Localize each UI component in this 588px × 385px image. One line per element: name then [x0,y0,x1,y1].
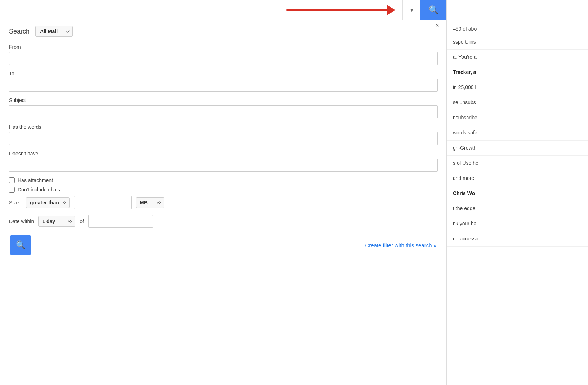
dropdown-button[interactable]: ▾ [402,0,420,20]
list-item[interactable]: nk your ba [447,216,588,231]
top-bar: ▾ 🔍 [0,0,446,20]
date-within-label: Date within [9,218,34,224]
list-item[interactable]: words safe [447,125,588,141]
search-label: Search [9,28,30,35]
subject-label: Subject [9,97,438,103]
list-item[interactable]: Tracker, a [447,65,588,80]
from-label: From [9,44,438,50]
doesnt-have-label: Doesn't have [9,151,438,156]
to-label: To [9,71,438,76]
doesnt-have-row: Doesn't have [9,151,438,172]
has-words-label: Has the words [9,124,438,130]
list-item[interactable]: Chris Wo [447,186,588,201]
search-form: Search All Mail Inbox Sent Mail Drafts S… [0,20,446,262]
page-container: ▾ 🔍 × Search All Mail Inbox Sent Mail Dr… [0,0,588,385]
has-words-input[interactable] [9,132,438,145]
has-attachment-label[interactable]: Has attachment [18,177,53,183]
email-panel-top [447,0,588,20]
create-filter-link[interactable]: Create filter with this search » [365,242,436,248]
to-row: To [9,71,438,92]
date-within-select[interactable]: 1 day 3 days 1 week 2 weeks 1 month 2 mo… [38,216,75,227]
list-item[interactable]: ssport, ins [447,35,588,50]
size-unit-select[interactable]: MB KB Bytes [136,197,164,208]
from-row: From [9,44,438,65]
has-attachment-row: Has attachment [9,177,438,183]
search-header: Search All Mail Inbox Sent Mail Drafts S… [9,26,438,37]
arrow-head [387,5,395,15]
email-panel: –50 of abo ssport, insa, You're aTracker… [447,0,588,385]
list-item[interactable]: in 25,000 l [447,80,588,95]
list-item[interactable]: se unsubs [447,95,588,110]
to-input[interactable] [9,79,438,92]
email-list: ssport, insa, You're aTracker, ain 25,00… [447,35,588,247]
list-item[interactable]: gh-Growth [447,141,588,156]
has-words-row: Has the words [9,124,438,145]
has-attachment-checkbox[interactable] [9,177,15,183]
from-input[interactable] [9,52,438,65]
list-item[interactable]: nd accesso [447,231,588,247]
size-number-input[interactable] [74,196,132,209]
list-item[interactable]: s of Use he [447,156,588,171]
list-item[interactable]: a, You're a [447,50,588,65]
list-item[interactable]: nsubscribe [447,110,588,125]
search-icon: 🔍 [429,5,438,15]
size-condition-select[interactable]: greater than less than [26,197,70,208]
search-button-top[interactable]: 🔍 [420,0,446,20]
date-within-row: Date within 1 day 3 days 1 week 2 weeks … [9,215,438,228]
dont-include-chats-row: Don't include chats [9,187,438,192]
dont-include-chats-checkbox[interactable] [9,187,15,192]
red-arrow [286,5,395,15]
list-item[interactable]: and more [447,171,588,186]
doesnt-have-input[interactable] [9,159,438,172]
chevron-down-icon: ▾ [410,6,413,13]
subject-row: Subject [9,97,438,118]
dont-include-chats-label[interactable]: Don't include chats [18,187,60,192]
of-label: of [80,218,84,224]
subject-input[interactable] [9,105,438,118]
search-panel: ▾ 🔍 × Search All Mail Inbox Sent Mail Dr… [0,0,447,385]
close-button[interactable]: × [435,22,439,29]
date-of-input[interactable] [88,215,153,228]
search-scope-select[interactable]: All Mail Inbox Sent Mail Drafts Spam Tra… [35,26,73,37]
email-count: –50 of abo [447,20,588,35]
search-icon: 🔍 [16,240,26,250]
list-item[interactable]: t the edge [447,201,588,216]
size-label: Size [9,200,22,205]
search-submit-button[interactable]: 🔍 [10,235,31,255]
bottom-row: 🔍 Create filter with this search » [9,235,438,255]
size-row: Size greater than less than MB KB Bytes [9,196,438,209]
arrow-line [286,9,387,11]
arrow-container [0,5,402,15]
